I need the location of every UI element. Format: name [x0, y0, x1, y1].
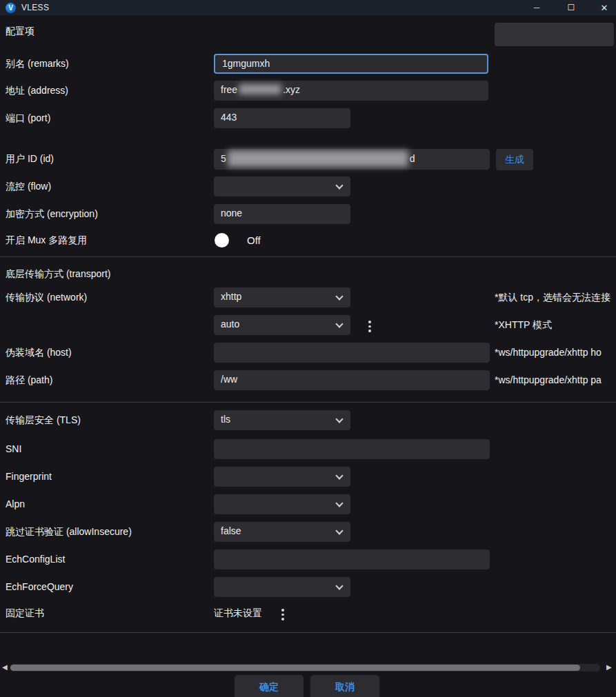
- tls-label: 传输层安全 (TLS): [6, 410, 81, 430]
- transport-section-title: 底层传输方式 (transport): [6, 268, 110, 281]
- mux-toggle[interactable]: [215, 233, 229, 248]
- ech-config-list-input[interactable]: [214, 549, 490, 569]
- ok-button[interactable]: 确定: [235, 675, 304, 697]
- address-label: 地址 (address): [6, 81, 68, 101]
- xhttp-mode-value: auto: [221, 319, 239, 330]
- cert-status-text: 证书未设置: [214, 603, 262, 623]
- maximize-button[interactable]: ☐: [557, 0, 585, 15]
- chevron-down-icon: [335, 292, 343, 300]
- host-hint: *ws/httpupgrade/xhttp ho: [495, 343, 602, 363]
- close-button[interactable]: ✕: [590, 0, 616, 15]
- id-prefix: 5: [221, 153, 226, 164]
- page-title: 配置项: [6, 26, 34, 38]
- redacted-text: [228, 150, 408, 167]
- generate-id-button[interactable]: 生成: [496, 149, 533, 170]
- address-prefix: free: [221, 84, 237, 95]
- window-title: VLESS: [21, 3, 49, 12]
- tls-select[interactable]: tls: [214, 410, 350, 430]
- xhttp-mode-hint: *XHTTP 模式: [495, 315, 552, 335]
- path-input[interactable]: /ww: [214, 370, 490, 390]
- encryption-label: 加密方式 (encryption): [6, 204, 98, 224]
- chevron-down-icon: [335, 527, 343, 534]
- fingerprint-select[interactable]: [214, 467, 350, 487]
- redacted-text: [239, 84, 281, 94]
- scroll-left-icon[interactable]: ◀: [2, 663, 8, 672]
- path-hint: *ws/httpupgrade/xhttp pa: [495, 370, 602, 390]
- scrollbar-thumb[interactable]: [10, 665, 580, 671]
- section-divider: [0, 402, 616, 403]
- ech-force-query-select[interactable]: [214, 577, 350, 597]
- cert-menu-icon[interactable]: [281, 609, 284, 620]
- remarks-input[interactable]: 1gmgumxh: [214, 54, 488, 74]
- minimize-button[interactable]: ─: [523, 0, 550, 15]
- footer-divider: [0, 632, 616, 633]
- network-label: 传输协议 (network): [6, 287, 87, 307]
- chevron-down-icon: [335, 415, 343, 423]
- mux-label: 开启 Mux 多路复用: [6, 230, 87, 250]
- topright-blank-control[interactable]: [495, 23, 614, 46]
- host-label: 伪装域名 (host): [6, 343, 72, 363]
- allow-insecure-select[interactable]: false: [214, 522, 350, 542]
- xhttp-mode-menu-icon[interactable]: [368, 321, 371, 332]
- address-input[interactable]: free.xyz: [214, 81, 488, 101]
- id-suffix: d: [410, 153, 415, 164]
- encryption-input[interactable]: none: [214, 204, 350, 224]
- title-bar: V VLESS ─ ☐ ✕: [0, 0, 616, 15]
- cancel-button[interactable]: 取消: [310, 675, 379, 697]
- chevron-down-icon: [335, 499, 343, 507]
- sni-input[interactable]: [214, 439, 490, 459]
- host-input[interactable]: [214, 343, 490, 363]
- allow-insecure-value: false: [221, 525, 241, 536]
- remarks-label: 别名 (remarks): [6, 54, 69, 74]
- ech-config-list-label: EchConfigList: [6, 549, 65, 569]
- cert-label: 固定证书: [6, 603, 44, 623]
- path-label: 路径 (path): [6, 370, 52, 390]
- horizontal-scrollbar[interactable]: [10, 664, 600, 671]
- chevron-down-icon: [335, 582, 343, 589]
- chevron-down-icon: [335, 181, 343, 189]
- flow-label: 流控 (flow): [6, 176, 51, 196]
- chevron-down-icon: [335, 472, 343, 479]
- scroll-right-icon[interactable]: ▶: [606, 663, 612, 672]
- network-value: xhttp: [221, 291, 241, 302]
- id-input[interactable]: 5d: [214, 149, 490, 170]
- ech-force-query-label: EchForceQuery: [6, 577, 73, 597]
- chevron-down-icon: [335, 320, 343, 327]
- mux-state-label: Off: [247, 233, 261, 248]
- alpn-label: Alpn: [6, 494, 25, 514]
- address-suffix: .xyz: [283, 84, 300, 95]
- flow-select[interactable]: [214, 176, 350, 196]
- xhttp-mode-select[interactable]: auto: [214, 315, 350, 335]
- app-logo-icon: V: [6, 3, 16, 13]
- section-divider: [0, 256, 616, 257]
- network-select[interactable]: xhttp: [214, 287, 350, 307]
- alpn-select[interactable]: [214, 494, 350, 514]
- tls-value: tls: [221, 414, 230, 425]
- port-label: 端口 (port): [6, 108, 50, 128]
- id-label: 用户 ID (id): [6, 149, 54, 169]
- port-input[interactable]: 443: [214, 108, 350, 128]
- vless-config-window: V VLESS ─ ☐ ✕ 配置项 别名 (remarks) 1gmgumxh …: [0, 0, 616, 697]
- allow-insecure-label: 跳过证书验证 (allowInsecure): [6, 522, 132, 542]
- network-hint: *默认 tcp，选错会无法连接: [495, 287, 610, 307]
- fingerprint-label: Fingerprint: [6, 467, 52, 487]
- sni-label: SNI: [6, 439, 21, 459]
